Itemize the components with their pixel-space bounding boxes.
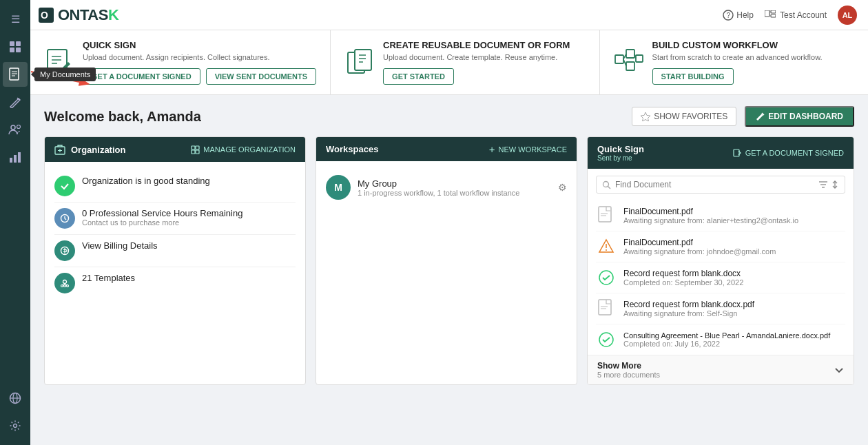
build-workflow-buttons: START BUILDING: [652, 68, 854, 85]
ws-settings-icon[interactable]: ⚙: [558, 182, 567, 193]
ws-card-header: Workspaces + NEW WORKSPACE: [316, 137, 577, 161]
quick-actions-bar: QUICK SIGN Upload document. Assign recip…: [30, 30, 868, 95]
qs-doc-3[interactable]: Record request form blank.docx Completed…: [596, 262, 845, 293]
dashboard-icon: [9, 41, 21, 53]
qs-doc-5[interactable]: Consulting Agreement - Blue Pearl - Aman…: [596, 324, 845, 355]
help-icon: ?: [723, 10, 734, 21]
sidebar-item-settings[interactable]: [3, 413, 28, 438]
sidebar-item-dashboard[interactable]: [3, 34, 28, 59]
view-sent-button[interactable]: VIEW SENT DOCUMENTS: [206, 68, 316, 85]
start-building-button[interactable]: START BUILDING: [652, 68, 734, 85]
clock-icon: [60, 214, 70, 223]
qs-card-body: FinalDocument.pdf Awaiting signature fro…: [588, 169, 854, 355]
show-more-label: Show More: [597, 361, 660, 371]
qs-doc-icon-4: [596, 298, 617, 319]
quicksign-card: Quick Sign Sent by me GET A DOCUMENT SIG…: [587, 136, 854, 385]
ws-text: My Group 1 in-progress workflow, 1 total…: [358, 178, 551, 197]
qs-doc-2[interactable]: FinalDocument.pdf Awaiting signature fro…: [596, 231, 845, 262]
svg-point-7: [11, 125, 15, 130]
sidebar-item-users[interactable]: [3, 117, 28, 142]
svg-text:?: ?: [727, 12, 731, 19]
create-reusable-icon: [344, 48, 375, 78]
logo-k: K: [108, 6, 118, 23]
qs-doc-sub-2: Awaiting signature from: johndoe@gmail.c…: [623, 247, 845, 256]
sidebar-hamburger[interactable]: ☰: [3, 7, 28, 32]
sidebar-item-sign[interactable]: [3, 90, 28, 114]
hours-title: 0 Professional Service Hours Remaining: [82, 208, 296, 218]
doc-gray-icon: [598, 206, 614, 225]
workspace-item-mygroup[interactable]: M My Group 1 in-progress workflow, 1 tot…: [326, 169, 567, 205]
manage-org-button[interactable]: MANAGE ORGANIZATION: [191, 145, 296, 154]
qs-doc-sub-3: Completed on: September 30, 2022: [623, 278, 845, 287]
svg-point-8: [17, 125, 21, 129]
ws-header-left: Workspaces: [326, 144, 378, 154]
templates-icon: [54, 273, 75, 293]
hours-text: 0 Professional Service Hours Remaining C…: [82, 208, 296, 227]
account-button[interactable]: Test Account: [765, 10, 827, 20]
doc-gray-icon-2: [598, 299, 614, 318]
account-icon: [765, 10, 776, 20]
show-favorites-label: SHOW FAVORITES: [654, 112, 727, 121]
sidebar: ☰ My Documents: [0, 0, 30, 445]
sidebar-bottom: [3, 386, 28, 438]
qs-search-bar: [596, 176, 845, 194]
show-more-count: 5 more documents: [597, 371, 660, 379]
svg-rect-10: [14, 155, 17, 163]
get-doc-signed-button[interactable]: GET A DOCUMENT SIGNED: [83, 68, 200, 85]
sidebar-item-reports[interactable]: [3, 145, 28, 169]
show-more-button[interactable]: Show More 5 more documents: [588, 355, 854, 384]
qs-card-header: Quick Sign Sent by me GET A DOCUMENT SIG…: [588, 137, 854, 169]
user-avatar[interactable]: AL: [838, 6, 857, 25]
search-icon: [602, 180, 611, 189]
qs-doc-text-5: Consulting Agreement - Blue Pearl - Aman…: [623, 331, 845, 348]
logo-icon: O: [39, 8, 54, 23]
show-more-text-area: Show More 5 more documents: [597, 361, 660, 379]
doc-warning-icon: [598, 237, 614, 256]
svg-rect-1: [16, 41, 21, 46]
ws-card-body: M My Group 1 in-progress workflow, 1 tot…: [316, 161, 577, 214]
users-icon: [8, 124, 22, 135]
top-navigation: O ONTASK ? Help Test Account: [30, 0, 868, 30]
svg-point-15: [14, 424, 17, 428]
documents-icon: [9, 68, 21, 81]
standing-text: Organization is in good standing: [82, 176, 296, 186]
templates-text: 21 Templates: [82, 273, 296, 283]
filter-icon: [818, 180, 828, 189]
sidebar-item-language[interactable]: [3, 386, 28, 411]
edit-dashboard-button[interactable]: EDIT DASHBOARD: [745, 106, 854, 127]
svg-rect-2: [10, 48, 14, 52]
logo: O ONTASK: [39, 6, 118, 24]
svg-rect-25: [355, 50, 371, 70]
svg-line-53: [608, 186, 611, 189]
qs-doc-text-4: Record request form blank.docx.pdf Await…: [623, 300, 845, 318]
new-workspace-button[interactable]: + NEW WORKSPACE: [489, 144, 567, 154]
qs-doc-text-3: Record request form blank.docx Completed…: [623, 269, 845, 287]
ws-subtitle: 1 in-progress workflow, 1 total workflow…: [358, 189, 551, 197]
sidebar-item-documents[interactable]: My Documents: [3, 62, 28, 87]
workspaces-card: Workspaces + NEW WORKSPACE M My Group: [316, 136, 577, 385]
build-workflow-text: BUILD CUSTOM WORKFLOW Start from scratch…: [652, 40, 854, 85]
svg-rect-11: [18, 152, 21, 163]
org-item-templates[interactable]: 21 Templates: [54, 267, 296, 299]
build-workflow-svg: [614, 48, 644, 77]
qs-doc-1[interactable]: FinalDocument.pdf Awaiting signature fro…: [596, 200, 845, 231]
main-content: O ONTASK ? Help Test Account: [30, 0, 868, 445]
qs-doc-sub-1: Awaiting signature from: alanier+testing…: [623, 216, 845, 225]
qs-doc-icon-5: [596, 329, 617, 350]
sort-icon: [831, 180, 839, 189]
get-started-button[interactable]: GET STARTED: [383, 68, 454, 85]
org-item-billing[interactable]: View Billing Details: [54, 235, 296, 267]
find-document-input[interactable]: [615, 180, 814, 189]
hours-icon: [54, 208, 75, 229]
qs-doc-4[interactable]: Record request form blank.docx.pdf Await…: [596, 293, 845, 324]
ws-name: My Group: [358, 178, 551, 189]
templates-svg: [60, 278, 70, 288]
help-button[interactable]: ? Help: [723, 10, 754, 21]
org-header-icon: [54, 144, 65, 155]
svg-rect-9: [10, 158, 12, 163]
show-favorites-button[interactable]: SHOW FAVORITES: [632, 107, 736, 126]
hours-sub: Contact us to purchase more: [82, 218, 296, 227]
check-icon: [60, 181, 70, 191]
qs-get-signed-button[interactable]: GET A DOCUMENT SIGNED: [733, 149, 844, 158]
new-workspace-label: NEW WORKSPACE: [499, 145, 567, 154]
